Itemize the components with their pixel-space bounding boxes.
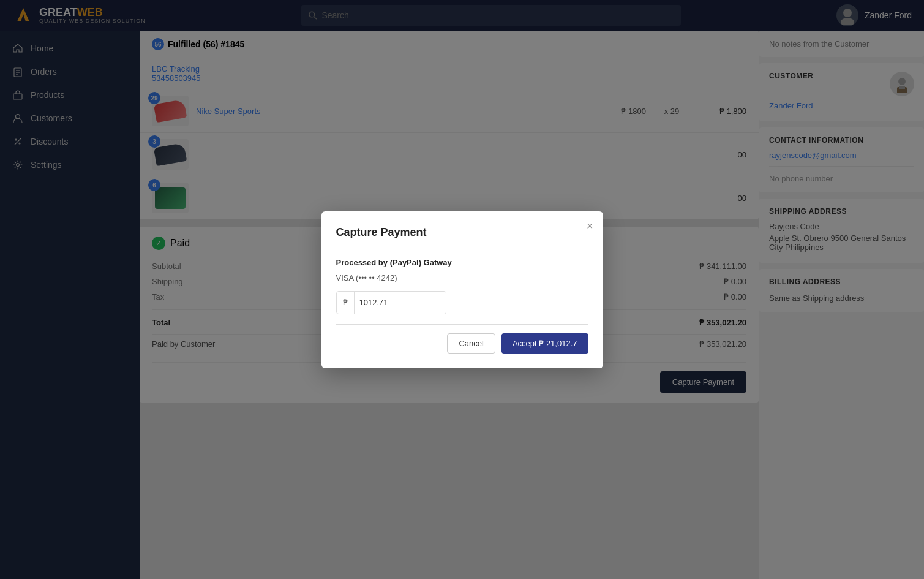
modal-top-divider bbox=[336, 249, 588, 249]
modal-cancel-button[interactable]: Cancel bbox=[447, 333, 495, 354]
modal-close-button[interactable]: × bbox=[587, 220, 593, 233]
modal-amount-input[interactable] bbox=[355, 292, 446, 314]
modal-bottom-divider bbox=[336, 324, 588, 325]
modal-accept-button[interactable]: Accept ₱ 21,012.7 bbox=[501, 333, 588, 354]
modal-overlay[interactable]: × Capture Payment Processed by (PayPal) … bbox=[0, 0, 924, 579]
gateway-name: (PayPal) Gatway bbox=[390, 258, 452, 267]
modal-footer: Cancel Accept ₱ 21,012.7 bbox=[336, 333, 588, 354]
modal-amount-row: ₱ PHP bbox=[336, 291, 446, 314]
modal-visa-text: VISA (••• •• 4242) bbox=[336, 273, 588, 282]
capture-payment-modal: × Capture Payment Processed by (PayPal) … bbox=[321, 211, 603, 368]
currency-symbol: ₱ bbox=[337, 292, 355, 314]
modal-title: Capture Payment bbox=[336, 226, 588, 239]
modal-processed-text: Processed by (PayPal) Gatway bbox=[336, 258, 588, 267]
processed-prefix: Processed by bbox=[336, 258, 390, 267]
